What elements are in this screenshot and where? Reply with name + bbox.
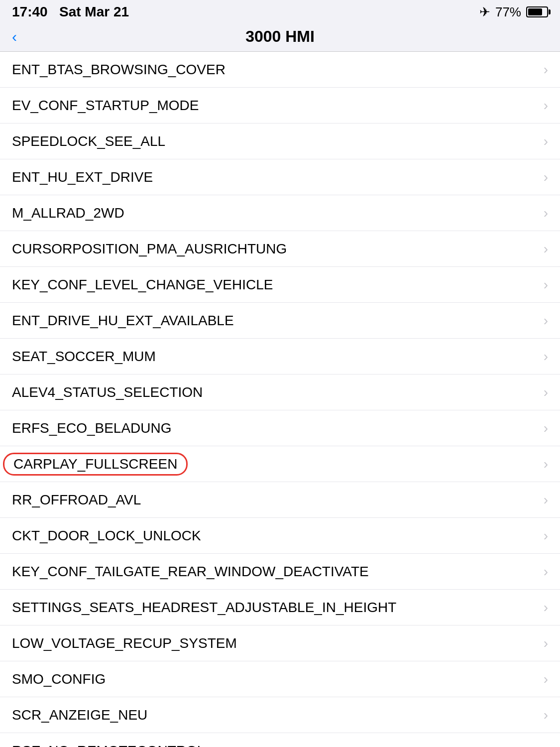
- status-right: ✈ 77%: [479, 4, 548, 20]
- chevron-right-icon: ›: [544, 205, 548, 221]
- list-item[interactable]: KEY_CONF_TAILGATE_REAR_WINDOW_DEACTIVATE…: [0, 554, 560, 590]
- list-item[interactable]: SMO_CONFIG›: [0, 661, 560, 697]
- list-item-label: ENT_BTAS_BROWSING_COVER: [12, 62, 225, 78]
- chevron-right-icon: ›: [544, 241, 548, 257]
- list-item[interactable]: CURSORPOSITION_PMA_AUSRICHTUNG›: [0, 231, 560, 267]
- list-item-label: CURSORPOSITION_PMA_AUSRICHTUNG: [12, 241, 287, 257]
- chevron-right-icon: ›: [544, 456, 548, 472]
- list-item-label: KEY_CONF_TAILGATE_REAR_WINDOW_DEACTIVATE: [12, 564, 369, 580]
- list-item[interactable]: KEY_CONF_LEVEL_CHANGE_VEHICLE›: [0, 267, 560, 303]
- chevron-right-icon: ›: [544, 528, 548, 544]
- status-time: 17:40: [12, 4, 48, 19]
- list-item-label: ALEV4_STATUS_SELECTION: [12, 384, 203, 400]
- list-item[interactable]: EV_CONF_STARTUP_MODE›: [0, 88, 560, 124]
- list-item[interactable]: ENT_DRIVE_HU_EXT_AVAILABLE›: [0, 303, 560, 339]
- chevron-right-icon: ›: [544, 492, 548, 508]
- nav-bar: ‹ 3000 HMI: [0, 22, 560, 52]
- chevron-right-icon: ›: [544, 420, 548, 436]
- list-item-label: SETTINGS_SEATS_HEADREST_ADJUSTABLE_IN_HE…: [12, 600, 396, 616]
- chevron-right-icon: ›: [544, 277, 548, 293]
- back-chevron-icon: ‹: [12, 28, 17, 45]
- list-item-label: ENT_HU_EXT_DRIVE: [12, 169, 153, 185]
- chevron-right-icon: ›: [544, 169, 548, 185]
- list-item[interactable]: ERFS_ECO_BELADUNG›: [0, 410, 560, 446]
- list-item[interactable]: ENT_BTAS_BROWSING_COVER›: [0, 52, 560, 88]
- chevron-right-icon: ›: [544, 384, 548, 400]
- list-item[interactable]: ALEV4_STATUS_SELECTION›: [0, 374, 560, 410]
- list-item[interactable]: SCR_ANZEIGE_NEU›: [0, 697, 560, 733]
- chevron-right-icon: ›: [544, 349, 548, 365]
- chevron-right-icon: ›: [544, 62, 548, 78]
- status-date: Sat Mar 21: [59, 4, 129, 19]
- list-item[interactable]: RR_OFFROAD_AVL›: [0, 482, 560, 518]
- list-item-label: KEY_CONF_LEVEL_CHANGE_VEHICLE: [12, 277, 273, 293]
- airplane-icon: ✈: [479, 4, 490, 20]
- list-item-label: ENT_DRIVE_HU_EXT_AVAILABLE: [12, 313, 234, 329]
- list-item-label: SCR_ANZEIGE_NEU: [12, 707, 147, 723]
- list-item-label: SEAT_SOCCER_MUM: [12, 349, 156, 365]
- chevron-right-icon: ›: [544, 98, 548, 114]
- list-item[interactable]: CKT_DOOR_LOCK_UNLOCK›: [0, 518, 560, 554]
- chevron-right-icon: ›: [544, 635, 548, 651]
- chevron-right-icon: ›: [544, 743, 548, 747]
- settings-list: ENT_BTAS_BROWSING_COVER›EV_CONF_STARTUP_…: [0, 52, 560, 747]
- list-item[interactable]: SPEEDLOCK_SEE_ALL›: [0, 124, 560, 159]
- list-item-label: ERFS_ECO_BELADUNG: [12, 420, 172, 436]
- list-item[interactable]: ENT_HU_EXT_DRIVE›: [0, 159, 560, 195]
- chevron-right-icon: ›: [544, 600, 548, 616]
- list-item-label: M_ALLRAD_2WD: [12, 205, 124, 221]
- list-item[interactable]: RSE_NO_REMOTECONTROL›: [0, 733, 560, 747]
- status-time-date: 17:40 Sat Mar 21: [12, 4, 129, 20]
- list-item[interactable]: LOW_VOLTAGE_RECUP_SYSTEM›: [0, 625, 560, 661]
- chevron-right-icon: ›: [544, 671, 548, 687]
- list-item-label: CARPLAY_FULLSCREEN: [3, 453, 188, 476]
- back-button[interactable]: ‹: [12, 28, 17, 45]
- list-item-label: RSE_NO_REMOTECONTROL: [12, 743, 205, 747]
- nav-title: 3000 HMI: [245, 27, 315, 46]
- list-item-label: SMO_CONFIG: [12, 671, 106, 687]
- battery-percent: 77%: [495, 4, 521, 20]
- list-item-label: SPEEDLOCK_SEE_ALL: [12, 133, 165, 149]
- list-item[interactable]: M_ALLRAD_2WD›: [0, 195, 560, 231]
- list-item-label: LOW_VOLTAGE_RECUP_SYSTEM: [12, 635, 237, 651]
- chevron-right-icon: ›: [544, 133, 548, 149]
- status-bar: 17:40 Sat Mar 21 ✈ 77%: [0, 0, 560, 22]
- list-item-label: RR_OFFROAD_AVL: [12, 492, 141, 508]
- list-item[interactable]: SETTINGS_SEATS_HEADREST_ADJUSTABLE_IN_HE…: [0, 590, 560, 625]
- chevron-right-icon: ›: [544, 707, 548, 723]
- chevron-right-icon: ›: [544, 313, 548, 329]
- list-item-label: CKT_DOOR_LOCK_UNLOCK: [12, 528, 201, 544]
- list-item[interactable]: CARPLAY_FULLSCREEN›: [0, 446, 560, 482]
- list-item[interactable]: SEAT_SOCCER_MUM›: [0, 339, 560, 374]
- list-item-label: EV_CONF_STARTUP_MODE: [12, 98, 199, 114]
- chevron-right-icon: ›: [544, 564, 548, 580]
- battery-fill: [528, 8, 542, 15]
- battery-icon: [526, 6, 548, 17]
